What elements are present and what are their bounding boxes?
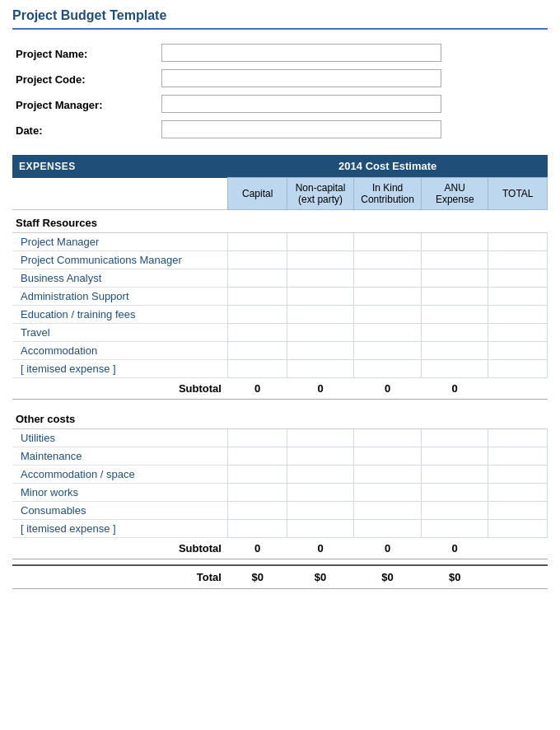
other-subtotal-total	[488, 537, 548, 559]
staff-total-cell	[488, 251, 548, 269]
other-noncap-cell[interactable]	[287, 483, 353, 501]
other-inkind-cell[interactable]	[354, 428, 422, 447]
project-info-table: Project Name: Project Code: Project Mana…	[12, 41, 548, 143]
other-anu-cell[interactable]	[422, 483, 488, 501]
staff-inkind-cell[interactable]	[354, 251, 422, 269]
anu-expense-header: ANU Expense	[422, 178, 488, 210]
other-noncap-cell[interactable]	[287, 519, 353, 537]
staff-total-cell	[488, 306, 548, 324]
staff-anu-cell[interactable]	[422, 306, 488, 324]
staff-item-label: Project Communications Manager	[12, 251, 228, 269]
staff-anu-cell[interactable]	[422, 269, 488, 288]
staff-capital-cell[interactable]	[228, 342, 287, 360]
staff-anu-cell[interactable]	[422, 342, 488, 360]
staff-inkind-cell[interactable]	[354, 360, 422, 378]
staff-capital-cell[interactable]	[228, 269, 287, 288]
total-row: Total $0 $0 $0 $0	[12, 565, 548, 589]
staff-subtotal-capital: 0	[228, 378, 287, 400]
other-noncap-cell[interactable]	[287, 501, 353, 519]
staff-subtotal-noncap: 0	[287, 378, 353, 400]
staff-subtotal-label: Subtotal	[12, 378, 228, 400]
staff-noncap-cell[interactable]	[287, 306, 353, 324]
project-input[interactable]	[161, 69, 441, 87]
staff-capital-cell[interactable]	[228, 324, 287, 342]
other-capital-cell[interactable]	[228, 501, 287, 519]
project-info-row: Project Manager:	[12, 92, 548, 118]
staff-capital-cell[interactable]	[228, 306, 287, 324]
project-field-value[interactable]	[158, 41, 548, 67]
staff-anu-cell[interactable]	[422, 288, 488, 306]
other-anu-cell[interactable]	[422, 501, 488, 519]
project-field-value[interactable]	[158, 67, 548, 92]
budget-table: EXPENSES 2014 Cost Estimate Capital Non-…	[12, 155, 548, 589]
main-header-row: EXPENSES 2014 Cost Estimate	[12, 155, 548, 178]
project-input[interactable]	[161, 120, 441, 138]
other-anu-cell[interactable]	[422, 465, 488, 483]
other-noncap-cell[interactable]	[287, 428, 353, 447]
staff-resources-header: Staff Resources	[12, 210, 548, 233]
other-item-label: [ itemised expense ]	[12, 519, 228, 537]
staff-capital-cell[interactable]	[228, 233, 287, 251]
other-anu-cell[interactable]	[422, 447, 488, 465]
empty-header-cell	[12, 178, 228, 210]
other-inkind-cell[interactable]	[354, 501, 422, 519]
staff-inkind-cell[interactable]	[354, 342, 422, 360]
other-inkind-cell[interactable]	[354, 447, 422, 465]
staff-noncap-cell[interactable]	[287, 360, 353, 378]
staff-row: Administration Support	[12, 288, 548, 306]
staff-anu-cell[interactable]	[422, 233, 488, 251]
staff-anu-cell[interactable]	[422, 324, 488, 342]
other-capital-cell[interactable]	[228, 483, 287, 501]
other-anu-cell[interactable]	[422, 428, 488, 447]
staff-inkind-cell[interactable]	[354, 306, 422, 324]
staff-inkind-cell[interactable]	[354, 233, 422, 251]
staff-noncap-cell[interactable]	[287, 269, 353, 288]
staff-anu-cell[interactable]	[422, 251, 488, 269]
other-noncap-cell[interactable]	[287, 447, 353, 465]
other-capital-cell[interactable]	[228, 428, 287, 447]
other-costs-header: Other costs	[12, 406, 548, 429]
staff-noncap-cell[interactable]	[287, 342, 353, 360]
other-anu-cell[interactable]	[422, 519, 488, 537]
staff-capital-cell[interactable]	[228, 360, 287, 378]
project-field-label: Project Manager:	[12, 92, 158, 118]
staff-inkind-cell[interactable]	[354, 288, 422, 306]
staff-noncap-cell[interactable]	[287, 288, 353, 306]
project-input[interactable]	[161, 95, 441, 113]
staff-noncap-cell[interactable]	[287, 324, 353, 342]
staff-anu-cell[interactable]	[422, 360, 488, 378]
total-header: TOTAL	[488, 178, 548, 210]
other-subtotal-label: Subtotal	[12, 537, 228, 559]
other-row: Consumables	[12, 501, 548, 519]
other-capital-cell[interactable]	[228, 447, 287, 465]
other-inkind-cell[interactable]	[354, 465, 422, 483]
staff-row: Travel	[12, 324, 548, 342]
expenses-label: EXPENSES	[12, 155, 228, 178]
project-input[interactable]	[161, 44, 441, 62]
capital-header: Capital	[228, 178, 287, 210]
staff-noncap-cell[interactable]	[287, 251, 353, 269]
staff-total-cell	[488, 233, 548, 251]
staff-total-cell	[488, 324, 548, 342]
other-capital-cell[interactable]	[228, 465, 287, 483]
staff-total-cell	[488, 360, 548, 378]
other-row: [ itemised expense ]	[12, 519, 548, 537]
other-inkind-cell[interactable]	[354, 483, 422, 501]
other-inkind-cell[interactable]	[354, 519, 422, 537]
staff-inkind-cell[interactable]	[354, 269, 422, 288]
other-item-label: Accommodation / space	[12, 465, 228, 483]
staff-capital-cell[interactable]	[228, 288, 287, 306]
page-title: Project Budget Template	[12, 8, 548, 30]
other-total-cell	[488, 428, 548, 447]
other-row: Utilities	[12, 428, 548, 447]
other-item-label: Utilities	[12, 428, 228, 447]
project-field-value[interactable]	[158, 92, 548, 118]
staff-noncap-cell[interactable]	[287, 233, 353, 251]
staff-capital-cell[interactable]	[228, 251, 287, 269]
project-field-value[interactable]	[158, 118, 548, 143]
staff-item-label: Accommodation	[12, 342, 228, 360]
other-subtotal-capital: 0	[228, 537, 287, 559]
other-noncap-cell[interactable]	[287, 465, 353, 483]
other-capital-cell[interactable]	[228, 519, 287, 537]
staff-inkind-cell[interactable]	[354, 324, 422, 342]
